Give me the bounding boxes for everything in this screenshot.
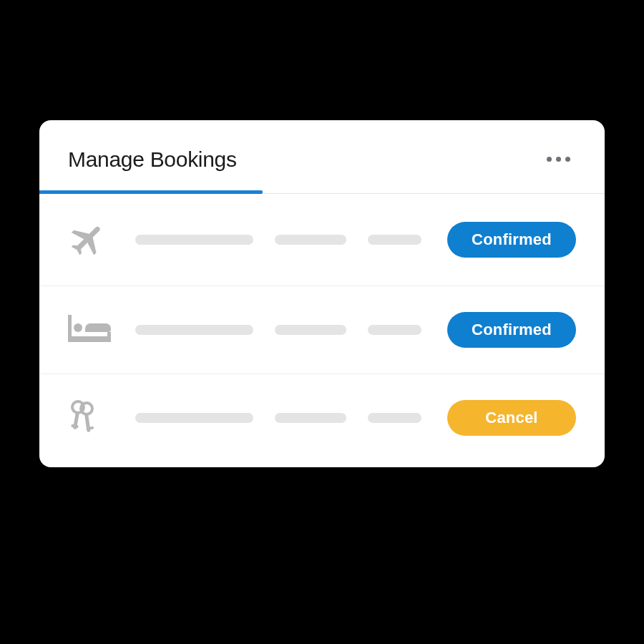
more-dots-icon bbox=[547, 157, 552, 162]
booking-row-car[interactable]: Cancel bbox=[39, 374, 605, 467]
text-placeholder bbox=[135, 325, 253, 335]
svg-rect-7 bbox=[71, 424, 79, 428]
text-placeholder bbox=[368, 413, 421, 423]
more-options-button[interactable] bbox=[541, 151, 576, 167]
status-button-confirmed[interactable]: Confirmed bbox=[447, 312, 576, 348]
booking-row-flight[interactable]: Confirmed bbox=[39, 194, 605, 286]
svg-point-3 bbox=[74, 323, 82, 332]
svg-rect-1 bbox=[68, 336, 111, 342]
status-button-cancel[interactable]: Cancel bbox=[447, 400, 576, 436]
text-placeholder bbox=[368, 325, 421, 335]
car-keys-icon bbox=[68, 400, 114, 436]
text-placeholder bbox=[275, 413, 346, 423]
booking-details-placeholder bbox=[135, 413, 426, 423]
text-placeholder bbox=[135, 413, 253, 423]
text-placeholder bbox=[135, 235, 253, 245]
bed-icon bbox=[68, 315, 114, 345]
active-tab-indicator bbox=[39, 190, 263, 194]
airplane-icon bbox=[68, 220, 114, 260]
svg-rect-2 bbox=[107, 332, 111, 342]
tab-bar bbox=[39, 190, 605, 194]
card-header: Manage Bookings bbox=[39, 120, 605, 190]
bookings-card: Manage Bookings Confirmed bbox=[39, 120, 605, 467]
booking-row-hotel[interactable]: Confirmed bbox=[39, 286, 605, 374]
booking-details-placeholder bbox=[135, 325, 426, 335]
booking-details-placeholder bbox=[135, 235, 426, 245]
card-title: Manage Bookings bbox=[68, 147, 237, 172]
text-placeholder bbox=[368, 235, 421, 245]
text-placeholder bbox=[275, 235, 346, 245]
more-dots-icon bbox=[556, 157, 561, 162]
more-dots-icon bbox=[565, 157, 570, 162]
text-placeholder bbox=[275, 325, 346, 335]
status-button-confirmed[interactable]: Confirmed bbox=[447, 222, 576, 258]
